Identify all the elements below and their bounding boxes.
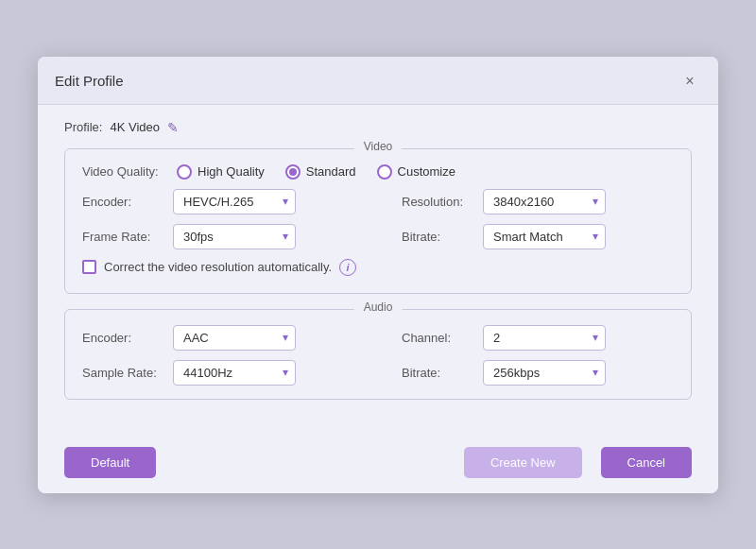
audio-encoder-select[interactable]: AAC MP3 OGG FLAC xyxy=(173,325,296,351)
encoder-select[interactable]: HEVC/H.265 H.264 VP9 AV1 xyxy=(173,189,296,214)
video-bitrate-label: Bitrate: xyxy=(402,230,477,244)
audio-encoder-label: Encoder: xyxy=(82,331,167,345)
quality-standard-radio xyxy=(285,164,301,180)
framerate-bitrate-row: Frame Rate: 30fps 24fps 25fps 60fps Bitr… xyxy=(82,224,674,249)
audio-encoder-select-wrap: AAC MP3 OGG FLAC xyxy=(173,325,296,351)
autocorrect-row: Correct the video resolution automatical… xyxy=(82,259,674,276)
video-bitrate-col: Bitrate: Smart Match Custom 128kbps 256k… xyxy=(383,224,674,249)
audio-encoder-col: Encoder: AAC MP3 OGG FLAC xyxy=(82,325,373,351)
default-button[interactable]: Default xyxy=(64,447,156,478)
video-section-title: Video xyxy=(354,140,402,153)
right-buttons: Create New Cancel xyxy=(464,447,692,478)
samplerate-select[interactable]: 44100Hz 22050Hz 48000Hz xyxy=(173,360,296,386)
autocorrect-label: Correct the video resolution automatical… xyxy=(104,260,332,274)
resolution-col: Resolution: 3840x2160 1920x1080 1280x720… xyxy=(383,189,674,214)
dialog-body: Profile: 4K Video ✎ Video Video Quality:… xyxy=(38,105,718,434)
framerate-select-wrap: 30fps 24fps 25fps 60fps xyxy=(173,224,296,249)
profile-row: Profile: 4K Video ✎ xyxy=(64,120,692,135)
footer: Default Create New Cancel xyxy=(38,434,718,493)
framerate-select[interactable]: 30fps 24fps 25fps 60fps xyxy=(173,224,296,249)
video-quality-row: Video Quality: High Quality Standard Cus… xyxy=(82,164,674,180)
dialog-title: Edit Profile xyxy=(55,73,124,89)
encoder-select-wrap: HEVC/H.265 H.264 VP9 AV1 xyxy=(173,189,296,214)
profile-name: 4K Video xyxy=(110,120,160,134)
samplerate-label: Sample Rate: xyxy=(82,366,167,380)
resolution-label: Resolution: xyxy=(402,195,477,209)
quality-standard-label: Standard xyxy=(306,164,356,179)
video-quality-radio-group: High Quality Standard Customize xyxy=(177,164,674,180)
title-bar: Edit Profile × xyxy=(38,57,718,105)
quality-high-radio xyxy=(177,164,192,180)
audio-bitrate-select[interactable]: 256kbps 128kbps 192kbps 320kbps xyxy=(483,360,606,386)
samplerate-bitrate-row: Sample Rate: 44100Hz 22050Hz 48000Hz Bit… xyxy=(82,360,674,386)
framerate-col: Frame Rate: 30fps 24fps 25fps 60fps xyxy=(82,224,373,249)
quality-customize-label: Customize xyxy=(398,164,455,179)
quality-high-label: High Quality xyxy=(198,164,265,179)
video-quality-label: Video Quality: xyxy=(82,164,167,179)
autocorrect-checkbox[interactable] xyxy=(82,260,96,274)
create-new-button[interactable]: Create New xyxy=(464,447,582,478)
audio-bitrate-label: Bitrate: xyxy=(402,366,477,380)
audio-bitrate-col: Bitrate: 256kbps 128kbps 192kbps 320kbps xyxy=(383,360,674,386)
info-icon[interactable]: i xyxy=(339,259,356,276)
encoder-label: Encoder: xyxy=(82,195,167,209)
samplerate-col: Sample Rate: 44100Hz 22050Hz 48000Hz xyxy=(82,360,373,386)
edit-icon[interactable]: ✎ xyxy=(167,120,179,135)
audio-encoder-channel-row: Encoder: AAC MP3 OGG FLAC Channel: xyxy=(82,325,674,351)
resolution-select-wrap: 3840x2160 1920x1080 1280x720 720x480 xyxy=(483,189,606,214)
video-bitrate-select[interactable]: Smart Match Custom 128kbps 256kbps xyxy=(483,224,606,249)
audio-section: Audio Encoder: AAC MP3 OGG FLAC Ch xyxy=(64,309,692,400)
channel-select[interactable]: 2 1 6 xyxy=(483,325,606,351)
audio-section-title: Audio xyxy=(354,300,403,314)
encoder-col: Encoder: HEVC/H.265 H.264 VP9 AV1 xyxy=(82,189,373,214)
quality-customize-radio xyxy=(377,164,392,180)
channel-select-wrap: 2 1 6 xyxy=(483,325,606,351)
quality-high-option[interactable]: High Quality xyxy=(177,164,265,180)
encoder-resolution-row: Encoder: HEVC/H.265 H.264 VP9 AV1 Resolu… xyxy=(82,189,674,214)
close-button[interactable]: × xyxy=(679,70,701,93)
quality-customize-option[interactable]: Customize xyxy=(377,164,455,180)
channel-label: Channel: xyxy=(402,331,477,345)
profile-label: Profile: xyxy=(64,120,102,134)
cancel-button[interactable]: Cancel xyxy=(601,447,692,478)
channel-col: Channel: 2 1 6 xyxy=(383,325,674,351)
quality-standard-option[interactable]: Standard xyxy=(285,164,356,180)
framerate-label: Frame Rate: xyxy=(82,230,167,244)
video-bitrate-select-wrap: Smart Match Custom 128kbps 256kbps xyxy=(483,224,606,249)
audio-bitrate-select-wrap: 256kbps 128kbps 192kbps 320kbps xyxy=(483,360,606,386)
samplerate-select-wrap: 44100Hz 22050Hz 48000Hz xyxy=(173,360,296,386)
edit-profile-dialog: Edit Profile × Profile: 4K Video ✎ Video… xyxy=(38,57,718,493)
video-section: Video Video Quality: High Quality Standa… xyxy=(64,148,692,294)
resolution-select[interactable]: 3840x2160 1920x1080 1280x720 720x480 xyxy=(483,189,606,214)
